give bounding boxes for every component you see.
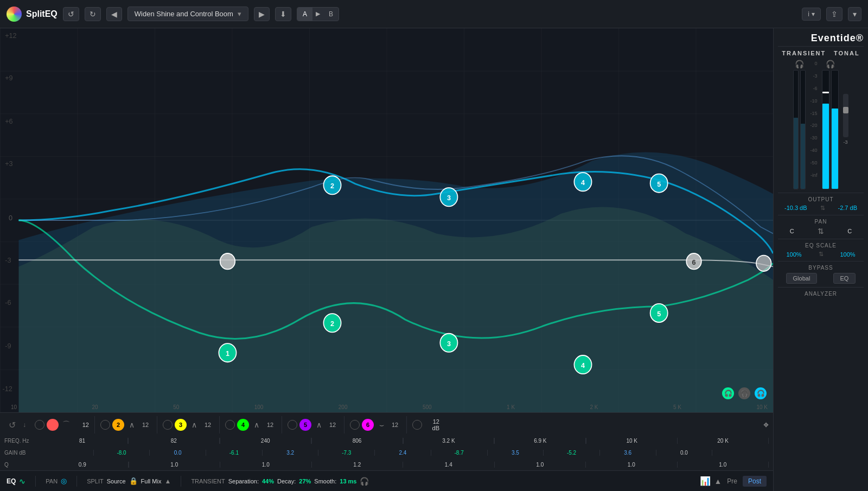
band-7-freq-t[interactable]: 10 K	[586, 438, 678, 444]
smooth-val[interactable]: 13 ms	[340, 478, 356, 484]
monitor-mix-icon[interactable]: 🎧	[738, 387, 750, 399]
info-button[interactable]: i ▾	[802, 8, 821, 21]
band-4-q[interactable]: 1.2	[312, 462, 404, 468]
band-3-q[interactable]: 1.0	[220, 462, 312, 468]
ab-a-button[interactable]: A	[297, 8, 312, 21]
band-3-toggle[interactable]	[163, 420, 173, 430]
band-2-shape[interactable]: ∧	[126, 420, 137, 429]
output-arrow[interactable]: ⇅	[820, 205, 825, 212]
output-val-1[interactable]: -10.3 dB	[784, 205, 807, 212]
tonal-headphones-icon[interactable]: 🎧	[826, 60, 835, 68]
eq-wave-icon[interactable]: ∿	[19, 477, 25, 486]
analyzer-arrow-up[interactable]: ▲	[714, 477, 722, 486]
band-5-dot[interactable]: 5	[299, 419, 311, 431]
band-2-toggle[interactable]	[100, 420, 110, 430]
band-6-gain-n[interactable]: 3.6	[600, 450, 656, 456]
band-3-controls: 3 ∧ 12	[157, 416, 220, 433]
pan-val-1[interactable]: C	[790, 228, 794, 234]
pan-wave-icon[interactable]: ◎	[61, 477, 67, 485]
svg-text:-12: -12	[3, 385, 12, 393]
band-3-dot[interactable]: 3	[175, 419, 187, 431]
decay-val[interactable]: 27%	[299, 478, 311, 484]
post-button[interactable]: Post	[743, 476, 767, 487]
band-6-toggle[interactable]	[350, 420, 360, 430]
band-6-gain-t[interactable]: -5.2	[544, 450, 600, 456]
band-1-dot[interactable]	[47, 419, 59, 431]
bypass-global-button[interactable]: Global	[786, 273, 818, 284]
band-8-freq-t[interactable]: 20 K	[678, 438, 769, 444]
band-8-node[interactable]	[756, 256, 771, 271]
band-7-q[interactable]: 1.0	[586, 462, 678, 468]
band-5-gain-n[interactable]: 3.5	[488, 450, 544, 456]
next-preset-button[interactable]: ▶	[254, 7, 270, 21]
mix-arrow[interactable]: ▲	[164, 477, 171, 485]
scale-val-2[interactable]: 100%	[840, 251, 855, 258]
band-1-q[interactable]: 0.9	[37, 462, 129, 468]
bypass-eq-button[interactable]: EQ	[833, 273, 856, 284]
band-2-freq-t[interactable]: 82	[128, 438, 220, 444]
share-button[interactable]: ⇪	[826, 7, 843, 21]
band-3-gain-t[interactable]: -6.1	[206, 450, 263, 456]
band-5-gain-t[interactable]: -8.7	[431, 450, 488, 456]
band-4-dot[interactable]: 4	[237, 419, 249, 431]
ab-arrow[interactable]: ▶	[312, 8, 323, 20]
tonal-meter-r-fill	[832, 109, 838, 189]
band-3-freq-t[interactable]: 240	[220, 438, 311, 444]
separation-label: Separation:	[228, 478, 259, 484]
band-5-q[interactable]: 1.4	[403, 462, 495, 468]
band-1-node[interactable]	[220, 253, 235, 269]
band-6-q[interactable]: 1.0	[495, 462, 586, 468]
band-2-q[interactable]: 1.0	[129, 462, 221, 468]
transient-label: TRANSIENT	[191, 478, 225, 484]
band-3-shape[interactable]: ∧	[189, 420, 200, 429]
band-3-gain-n[interactable]: 3.2	[263, 450, 319, 456]
ab-b-button[interactable]: B	[323, 8, 339, 21]
pre-button[interactable]: Pre	[722, 476, 743, 487]
band-5-freq-t[interactable]: 3.2 K	[403, 438, 495, 444]
band-7-toggle[interactable]	[412, 420, 422, 430]
gain-slider-thumb[interactable]	[843, 107, 848, 113]
download-button[interactable]: ⬇	[275, 7, 291, 21]
band-4-gain-t[interactable]: -7.3	[318, 450, 375, 456]
transient-headphones-icon[interactable]: 🎧	[795, 60, 804, 68]
scale-val-1[interactable]: 100%	[786, 251, 801, 258]
reset-button[interactable]: ↺	[4, 420, 20, 430]
band-arrow-down[interactable]: ↓	[20, 421, 29, 429]
monitor-transient-icon[interactable]: 🎧	[755, 387, 767, 399]
source-label: Source	[107, 478, 126, 484]
prev-preset-button[interactable]: ◀	[106, 7, 122, 21]
band-4-shape[interactable]: ∧	[251, 420, 262, 429]
band-6-freq-t[interactable]: 6.9 K	[494, 438, 586, 444]
output-val-2[interactable]: -2.7 dB	[838, 205, 857, 212]
redo-button[interactable]: ↻	[85, 7, 101, 21]
band-6-shape[interactable]: ⌣	[376, 420, 387, 430]
band-2-gain-n[interactable]: 0.0	[150, 450, 206, 456]
band-5-toggle[interactable]	[288, 420, 297, 430]
band-1-shape[interactable]: ⌒	[61, 420, 72, 430]
lock-icon[interactable]: 🔒	[129, 477, 138, 485]
band-4-freq-t[interactable]: 806	[311, 438, 403, 444]
analyzer-toggle-icon[interactable]: 📊	[700, 476, 711, 486]
mix-label: Full Mix	[141, 478, 162, 484]
band-1-toggle[interactable]	[35, 420, 44, 430]
eq-canvas[interactable]: +12 +9 +6 +3 0 -3 -6 -9 -12	[0, 28, 773, 412]
separation-val[interactable]: 44%	[262, 478, 274, 484]
band-2-dot[interactable]: 2	[112, 419, 124, 431]
band-8-q[interactable]: 1.0	[678, 462, 769, 468]
band-7-gain[interactable]: 0.0	[656, 450, 713, 456]
band-6-dot[interactable]: 6	[362, 419, 374, 431]
preset-selector[interactable]: Widen Shine and Control Boom ▾	[127, 7, 248, 21]
settings-arrow[interactable]: ▾	[848, 7, 861, 21]
headphones-icon[interactable]: 🎧	[360, 477, 369, 486]
cursor-icon[interactable]: ⌖	[763, 419, 769, 431]
band-4-toggle[interactable]	[225, 420, 235, 430]
pan-arrows[interactable]: ⇅	[818, 227, 824, 235]
undo-button[interactable]: ↺	[63, 7, 79, 21]
scale-arrows[interactable]: ⇅	[819, 251, 824, 258]
pan-val-2[interactable]: C	[847, 228, 852, 234]
band-5-shape[interactable]: ∧	[314, 420, 324, 429]
band-1-freq[interactable]: 81	[37, 438, 128, 444]
band-4-gain-n[interactable]: 2.4	[375, 450, 431, 456]
band-2-gain-t[interactable]: -8.0	[93, 450, 150, 456]
monitor-tonal-icon[interactable]: 🎧	[722, 387, 734, 399]
